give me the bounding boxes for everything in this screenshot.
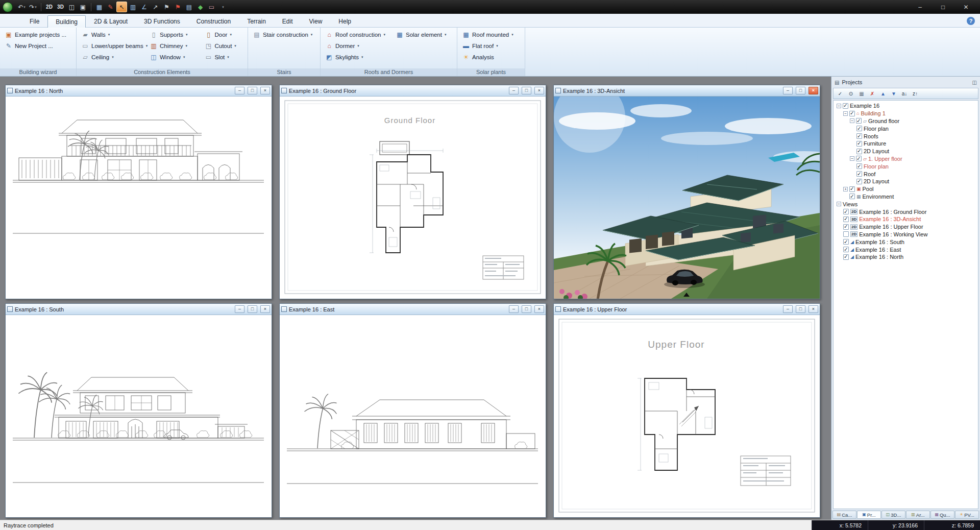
window-close-button[interactable]: ×	[260, 87, 270, 94]
window-titlebar[interactable]: Example 16 : 3D-Ansicht – □ ×	[554, 85, 820, 97]
checkbox[interactable]	[849, 194, 855, 199]
flat-roof-button[interactable]: ▬Flat roof▾	[460, 41, 515, 51]
tab-terrain[interactable]: Terrain	[239, 15, 274, 27]
panel-tab-area[interactable]: ▥Ar...	[906, 511, 930, 519]
dropdown-arrow-icon[interactable]: ▾	[511, 33, 513, 37]
tree-item-ground-floor[interactable]: −▱Ground floor	[834, 117, 978, 125]
door-button[interactable]: ▯Door▾	[203, 30, 244, 40]
roof-mounted-button[interactable]: ▦Roof mounted▾	[460, 30, 515, 40]
checkbox[interactable]	[843, 254, 849, 260]
red-pen-icon[interactable]: ✎	[105, 2, 116, 12]
analysis-button[interactable]: ☀Analysis	[460, 52, 515, 62]
view-2d-button[interactable]: 2D	[44, 2, 55, 12]
window-close-button[interactable]: ×	[808, 305, 818, 313]
flag-icon[interactable]: ⚑	[161, 2, 172, 12]
tab-building[interactable]: Building	[47, 15, 86, 28]
dropdown-arrow-icon[interactable]: ▾	[112, 55, 114, 59]
tree-item-views[interactable]: −Views	[834, 200, 978, 208]
tree-item-uf-2d-layout[interactable]: 2D Layout	[834, 178, 978, 185]
tree-view-3d-ansicht[interactable]: 3DExample 16 : 3D-Ansicht	[834, 215, 978, 223]
slope-icon[interactable]: ∠	[139, 2, 150, 12]
ceiling-button[interactable]: ▱Ceiling▾	[80, 52, 143, 62]
checkbox[interactable]	[843, 231, 849, 237]
tree-item-upper-floor[interactable]: −▱1. Upper floor	[834, 155, 978, 163]
tab-file[interactable]: File	[21, 15, 47, 27]
select-tool-icon[interactable]: ↖	[116, 2, 127, 12]
dropdown-arrow-icon[interactable]: ▾	[234, 44, 236, 48]
tree-view-upper-floor[interactable]: 2DExample 16 : Upper Floor	[834, 223, 978, 231]
columns-icon[interactable]: ▥	[128, 2, 138, 12]
window-titlebar[interactable]: Example 16 : North – □ ×	[6, 85, 272, 97]
tree-item-uf-floor-plan[interactable]: Floor plan	[834, 162, 978, 170]
sort-ascending-icon[interactable]: a↓	[900, 89, 909, 98]
supports-button[interactable]: ▯Supports▾	[148, 30, 198, 40]
example-projects-button[interactable]: ▣Example projects ...	[3, 30, 68, 40]
chimney-button[interactable]: ▥Chimney▾	[148, 41, 198, 51]
window-maximize-button[interactable]: □	[248, 87, 257, 94]
window-button[interactable]: ◫Window▾	[148, 52, 198, 62]
checkbox[interactable]	[856, 118, 862, 124]
dropdown-arrow-icon[interactable]: ▾	[357, 44, 359, 48]
checkbox[interactable]	[856, 133, 862, 139]
dropdown-arrow-icon[interactable]: ▾	[146, 44, 148, 48]
tree-item-project[interactable]: −Example 16	[834, 102, 978, 110]
cascade-windows-icon[interactable]: ▣	[78, 2, 88, 12]
checkbox[interactable]	[856, 141, 862, 147]
tab-construction[interactable]: Construction	[188, 15, 239, 27]
render-canvas-3d[interactable]	[554, 97, 820, 299]
window-maximize-button[interactable]: □	[522, 305, 531, 313]
arrow-tool-icon[interactable]: ↗	[150, 2, 161, 12]
tree-view-south[interactable]: ◢Example 16 : South	[834, 238, 978, 246]
checkbox[interactable]	[843, 209, 849, 214]
move-down-icon[interactable]: ▼	[889, 89, 898, 98]
window-titlebar[interactable]: Example 16 : East – □ ×	[280, 304, 546, 315]
checkbox[interactable]	[849, 111, 855, 116]
window-maximize-button[interactable]: □	[796, 87, 805, 94]
checkbox[interactable]	[843, 103, 848, 109]
tree-view-working-view[interactable]: 2DExample 16 : Working View	[834, 231, 978, 238]
dropdown-arrow-icon[interactable]: ▾	[227, 55, 229, 59]
window-titlebar[interactable]: Example 16 : Ground Floor – □ ×	[280, 85, 546, 97]
dropdown-arrow-icon[interactable]: ▾	[185, 44, 187, 48]
window-minimize-button[interactable]: –	[509, 87, 519, 94]
tree-item-gf-2d-layout[interactable]: 2D Layout	[834, 148, 978, 155]
window-titlebar[interactable]: Example 16 : Upper Floor – □ ×	[554, 304, 820, 315]
window-east[interactable]: Example 16 : East – □ ×	[279, 303, 546, 518]
tree-view-ground-floor[interactable]: 2DExample 16 : Ground Floor	[834, 208, 978, 215]
solar-element-button[interactable]: ▦Solar element▾	[394, 30, 448, 40]
apply-icon[interactable]: ✓	[836, 89, 845, 98]
layers-icon[interactable]: ▤	[184, 2, 194, 12]
panel-tab-projects[interactable]: ▣Pr...	[857, 511, 881, 519]
dropdown-arrow-icon[interactable]: ▾	[496, 44, 498, 48]
diamond-icon[interactable]: ◆	[195, 2, 206, 12]
tab-edit[interactable]: Edit	[274, 15, 301, 27]
move-up-icon[interactable]: ▲	[878, 89, 888, 98]
red-flag-icon[interactable]: ⚑	[173, 2, 183, 12]
drawing-canvas-upper-floor[interactable]: Upper Floor	[554, 315, 820, 517]
drawing-canvas-east[interactable]	[280, 315, 546, 517]
window-upper-floor[interactable]: Example 16 : Upper Floor – □ × Upper Flo…	[553, 303, 820, 518]
tree-item-environment[interactable]: ▦Environment	[834, 193, 978, 201]
roof-construction-button[interactable]: ⌂Roof construction▾	[324, 30, 389, 40]
window-ground-floor[interactable]: Example 16 : Ground Floor – □ × Ground F…	[279, 85, 546, 299]
tree-item-building[interactable]: −⌂Building 1	[834, 110, 978, 117]
tree-item-gf-furniture[interactable]: Furniture	[834, 140, 978, 148]
eraser-icon[interactable]: ▭	[206, 2, 217, 12]
dormer-button[interactable]: ⌂Dormer▾	[324, 41, 389, 51]
window-close-button[interactable]: ×	[534, 305, 544, 313]
dropdown-arrow-icon[interactable]: ▾	[445, 33, 447, 37]
tree-view-east[interactable]: ◢Example 16 : East	[834, 246, 978, 253]
grid-icon[interactable]: ▦	[94, 2, 105, 12]
window-minimize-button[interactable]: –	[235, 305, 244, 313]
refresh-icon[interactable]: ▦	[857, 89, 866, 98]
delete-icon[interactable]: ✗	[868, 89, 877, 98]
cutout-button[interactable]: ◳Cutout▾	[203, 41, 244, 51]
tab-3d-functions[interactable]: 3D Functions	[136, 15, 188, 27]
expand-icon[interactable]: +	[843, 187, 848, 191]
collapse-icon[interactable]: −	[850, 156, 854, 161]
window-close-button[interactable]: ×	[808, 87, 818, 94]
collapse-icon[interactable]: −	[850, 118, 854, 123]
checkbox[interactable]	[856, 171, 862, 177]
panel-tab-3d[interactable]: ◫3D...	[881, 511, 905, 519]
panel-tab-catalog[interactable]: ▤Ca...	[832, 511, 856, 519]
